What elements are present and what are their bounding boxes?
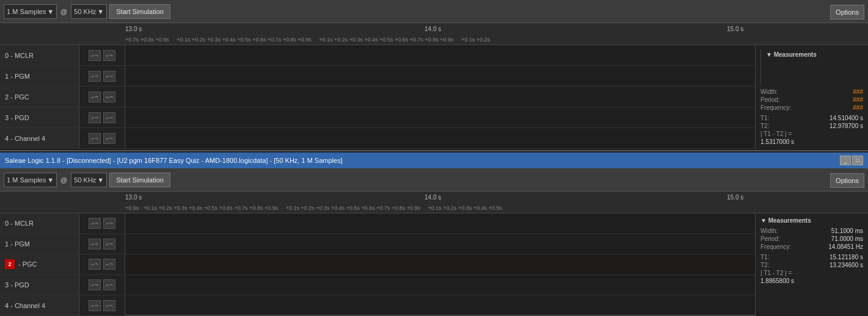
ctrl-btn-2-top[interactable]: ⌐¬ xyxy=(89,92,101,102)
meas-t2-bottom: T2: 13.234600 s xyxy=(760,262,863,268)
samples-label-bottom: 1 M Samples xyxy=(7,176,46,184)
channel-row-1-bottom: 1 - PGM ⌐¬ ⌐¬ xyxy=(0,234,755,255)
minimize-btn[interactable]: _ xyxy=(840,156,851,165)
measurements-panel-bottom: ▼ Measurements Width: 51.1000 ms Period:… xyxy=(755,214,868,316)
channel-label-2-bottom: 2 - PGC xyxy=(0,254,79,275)
channel-label-1-bottom: 1 - PGM xyxy=(0,234,79,254)
ctrl-btn-0-top[interactable]: ⌐¬ xyxy=(89,50,101,61)
meas-diff-bottom: | T1 - T2 | = xyxy=(760,270,863,276)
channel-row-3-bottom: 3 - PGD ⌐¬ ⌐¬ xyxy=(0,275,755,296)
ctrl-btn-3-top[interactable]: ⌐¬ xyxy=(89,112,101,123)
channel-controls-4-top: ⌐¬ ⌐¬ xyxy=(79,128,125,148)
meas-t1-top: T1: 14.510400 s xyxy=(760,115,863,121)
channel-row-1-top: 1 - PGM ⌐¬ ⌐¬ xyxy=(0,66,755,87)
freq-dropdown-top[interactable]: 50 KHz ▼ xyxy=(71,4,107,19)
channel-label-3-top: 3 - PGD xyxy=(0,107,79,127)
channel-row-0-top: 0 - MCLR ⌐¬ ⌐¬ ▶ xyxy=(0,45,755,66)
title-bar-text: Saleae Logic 1.1.8 - [Disconnected] - [U… xyxy=(5,157,840,164)
samples-label-top: 1 M Samples xyxy=(7,8,46,15)
measurements-title-top: ▼ Measurements xyxy=(760,49,868,85)
measurements-panel-top: ▼ Measurements Width: ### Period: ### Fr… xyxy=(755,45,868,149)
ctrl-btn-2-bottom[interactable]: ⌐¬ xyxy=(89,259,101,270)
channel-row-3-top: 3 - PGD ⌐¬ ⌐¬ xyxy=(0,107,755,128)
channel-row-2-top: 2 - PGC ⌐¬ ⌐¬ xyxy=(0,87,755,107)
meas-t2-top: T2: 12.978700 s xyxy=(760,123,863,129)
meas-diff-val-bottom: 1.8865800 s xyxy=(760,278,863,284)
channel-label-0-bottom: 0 - MCLR xyxy=(0,214,79,234)
options-btn-bottom[interactable]: Options xyxy=(830,173,864,188)
channel-row-2-bottom: 2 - PGC ⌐¬ ⌐¬ xyxy=(0,254,755,275)
samples-dropdown-bottom[interactable]: 1 M Samples ▼ xyxy=(4,173,57,187)
channel-row-4-top: 4 - Channel 4 ⌐¬ ⌐¬ xyxy=(0,128,755,149)
meas-t1-bottom: T1: 15.121180 s xyxy=(760,254,863,260)
ctrl-btn-0-bottom[interactable]: ⌐¬ xyxy=(89,218,101,229)
ctrl-btn2-2-bottom[interactable]: ⌐¬ xyxy=(103,259,115,270)
ctrl-btn-4-bottom[interactable]: ⌐¬ xyxy=(89,300,101,311)
channel-controls-1-top: ⌐¬ ⌐¬ xyxy=(79,66,125,86)
meas-width-top: Width: ### xyxy=(760,88,863,95)
freq-label-bottom: 50 KHz xyxy=(74,176,96,184)
channel-controls-0-top: ⌐¬ ⌐¬ xyxy=(79,45,125,65)
samples-dropdown-top[interactable]: 1 M Samples ▼ xyxy=(4,4,57,19)
meas-period-bottom: Period: 71.0000 ms xyxy=(760,235,863,242)
channel-label-2-top: 2 - PGC xyxy=(0,87,79,107)
ctrl-btn2-2-top[interactable]: ⌐¬ xyxy=(103,92,115,102)
bottom-toolbar: 1 M Samples ▼ @ 50 KHz ▼ Start Simulatio… xyxy=(0,168,868,192)
channel-label-4-bottom: 4 - Channel 4 xyxy=(0,295,79,315)
channel-controls-3-bottom: ⌐¬ ⌐¬ xyxy=(79,275,125,295)
meas-period-top: Period: ### xyxy=(760,96,863,103)
time-ruler-bottom: 13.0 s 14.0 s 15.0 s +0.9s +0.1s +0.2s +… xyxy=(0,192,868,214)
title-bar: Saleae Logic 1.1.8 - [Disconnected] - [U… xyxy=(0,151,868,168)
ctrl-btn-4-top[interactable]: ⌐¬ xyxy=(89,133,101,144)
ctrl-btn2-3-bottom[interactable]: ⌐¬ xyxy=(103,279,115,290)
meas-diff-val-top: 1.5317000 s xyxy=(760,138,863,145)
channel-controls-4-bottom: ⌐¬ ⌐¬ xyxy=(79,295,125,315)
top-toolbar: 1 M Samples ▼ @ 50 KHz ▼ Start Simulatio… xyxy=(0,0,868,23)
channel-label-4-top: 4 - Channel 4 xyxy=(0,128,79,148)
channel-controls-0-bottom: ⌐¬ ⌐¬ xyxy=(79,214,125,234)
channel-label-0-top: 0 - MCLR xyxy=(0,45,79,65)
time-ruler-top: 13.0 s 14.0 s 15.0 s +0.7s +0.8s +0.9s +… xyxy=(0,23,868,45)
channel-badge-2-bottom: 2 xyxy=(5,259,15,269)
meas-freq-bottom: Frequency: 14.08451 Hz xyxy=(760,243,863,250)
channel-row-0-bottom: 0 - MCLR ⌐¬ ⌐¬ ▶ xyxy=(0,214,755,234)
at-label-bottom: @ xyxy=(59,176,68,184)
ctrl-btn2-1-bottom[interactable]: ⌐¬ xyxy=(103,239,115,250)
channel-controls-2-bottom: ⌐¬ ⌐¬ xyxy=(79,254,125,275)
channel-controls-2-top: ⌐¬ ⌐¬ xyxy=(79,87,125,107)
ctrl-btn2-4-bottom[interactable]: ⌐¬ xyxy=(103,300,115,311)
measurements-title-bottom: ▼ Measurements xyxy=(760,217,863,224)
ctrl-btn2-4-top[interactable]: ⌐¬ xyxy=(103,133,115,144)
ctrl-btn-3-bottom[interactable]: ⌐¬ xyxy=(89,279,101,290)
start-simulation-btn-bottom[interactable]: Start Simulation xyxy=(109,173,170,187)
ctrl-btn2-0-bottom[interactable]: ⌐¬ xyxy=(103,218,115,229)
channel-row-4-bottom: 4 - Channel 4 ⌐¬ ⌐¬ xyxy=(0,295,755,316)
title-bar-buttons: _ □ xyxy=(840,156,863,165)
start-simulation-btn-top[interactable]: Start Simulation xyxy=(109,4,170,19)
channel-label-1-top: 1 - PGM xyxy=(0,66,79,86)
channel-controls-1-bottom: ⌐¬ ⌐¬ xyxy=(79,234,125,254)
ctrl-btn-1-bottom[interactable]: ⌐¬ xyxy=(89,239,101,250)
ctrl-btn2-1-top[interactable]: ⌐¬ xyxy=(103,71,115,82)
channel-controls-3-top: ⌐¬ ⌐¬ xyxy=(79,107,125,127)
meas-diff-top: | T1 - T2 | = xyxy=(760,131,863,137)
maximize-btn[interactable]: □ xyxy=(852,156,863,165)
meas-width-bottom: Width: 51.1000 ms xyxy=(760,228,863,234)
meas-freq-top: Frequency: ### xyxy=(760,104,863,111)
ctrl-btn2-3-top[interactable]: ⌐¬ xyxy=(103,112,115,123)
channel-label-3-bottom: 3 - PGD xyxy=(0,275,79,295)
ctrl-btn2-0-top[interactable]: ⌐¬ xyxy=(103,50,115,61)
options-btn-top[interactable]: Options xyxy=(830,5,864,20)
freq-dropdown-bottom[interactable]: 50 KHz ▼ xyxy=(71,173,107,187)
at-label-top: @ xyxy=(59,8,68,15)
freq-label-top: 50 KHz xyxy=(74,8,96,15)
ctrl-btn-1-top[interactable]: ⌐¬ xyxy=(89,71,101,82)
